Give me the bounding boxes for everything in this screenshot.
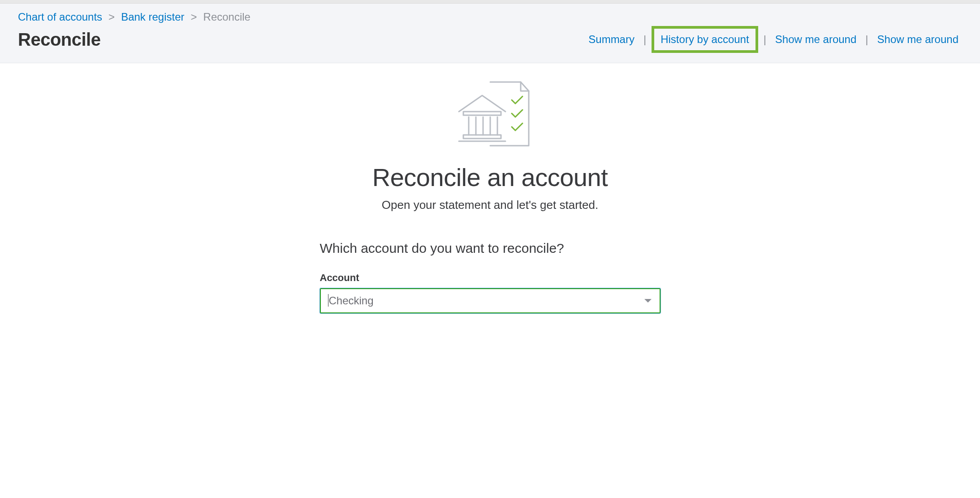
reconcile-hero-icon bbox=[445, 78, 535, 150]
main-subhead: Open your statement and let's get starte… bbox=[382, 198, 598, 212]
main-headline: Reconcile an account bbox=[372, 163, 608, 192]
breadcrumb-chart-of-accounts[interactable]: Chart of accounts bbox=[18, 11, 102, 23]
account-select-value: Checking bbox=[329, 294, 374, 307]
summary-link[interactable]: Summary bbox=[585, 30, 638, 48]
history-by-account-link[interactable]: History by account bbox=[657, 30, 752, 48]
link-divider: | bbox=[764, 33, 766, 46]
link-divider: | bbox=[643, 33, 646, 46]
link-divider: | bbox=[865, 33, 868, 46]
reconcile-form: Which account do you want to reconcile? … bbox=[320, 241, 661, 313]
text-cursor bbox=[328, 294, 328, 307]
annotation-highlight: History by account bbox=[652, 26, 758, 53]
header-links: Summary | History by account | Show me a… bbox=[585, 26, 962, 53]
breadcrumb: Chart of accounts > Bank register > Reco… bbox=[18, 11, 962, 23]
show-me-around-link[interactable]: Show me around bbox=[772, 30, 860, 48]
show-me-around-link-2[interactable]: Show me around bbox=[874, 30, 962, 48]
account-field-label: Account bbox=[320, 272, 661, 284]
breadcrumb-separator: > bbox=[108, 11, 115, 23]
page-title: Reconcile bbox=[18, 30, 100, 50]
page-header: Chart of accounts > Bank register > Reco… bbox=[0, 4, 980, 63]
header-row: Reconcile Summary | History by account |… bbox=[18, 26, 962, 53]
account-select-wrap: Checking bbox=[320, 288, 661, 313]
breadcrumb-bank-register[interactable]: Bank register bbox=[121, 11, 184, 23]
breadcrumb-separator: > bbox=[191, 11, 197, 23]
window-top-strip bbox=[0, 0, 980, 4]
form-question: Which account do you want to reconcile? bbox=[320, 241, 661, 256]
main-content: Reconcile an account Open your statement… bbox=[0, 63, 980, 331]
account-select[interactable]: Checking bbox=[320, 288, 661, 313]
svg-rect-0 bbox=[463, 112, 501, 115]
svg-rect-6 bbox=[463, 135, 501, 139]
breadcrumb-current: Reconcile bbox=[203, 11, 250, 23]
